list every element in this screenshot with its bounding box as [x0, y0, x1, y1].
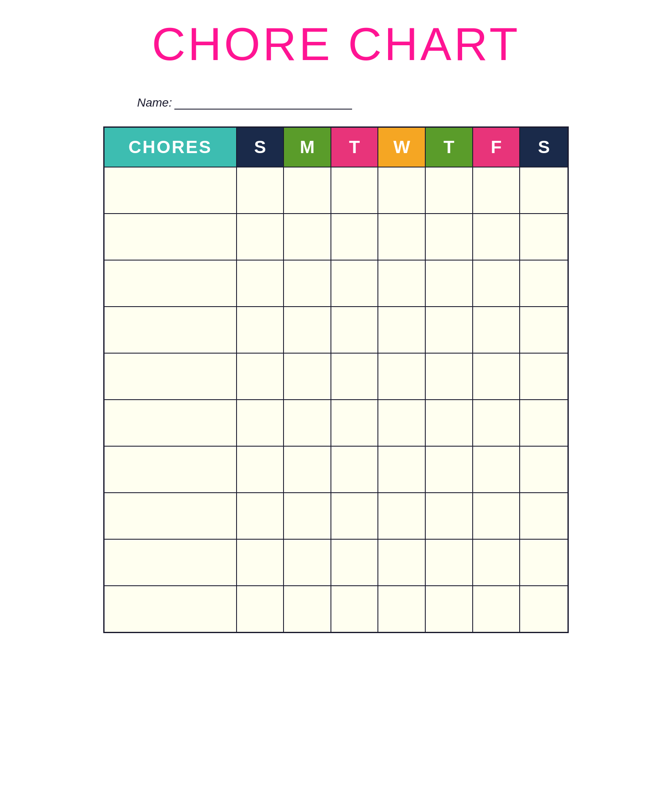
day-cell-4-2: [284, 306, 331, 353]
day-cell-9-6: [473, 539, 521, 585]
day-cell-2-7: [520, 213, 567, 260]
day-cell-8-6: [473, 492, 521, 539]
day-cell-6-7: [520, 399, 567, 446]
day-cell-3-1: [237, 260, 284, 306]
day-cell-6-4: [378, 399, 426, 446]
day-cell-4-3: [331, 306, 379, 353]
day-cell-2-5: [426, 213, 473, 260]
day-cell-1-4: [378, 167, 426, 213]
day-cell-3-7: [520, 260, 567, 306]
day-cell-7-5: [426, 446, 473, 492]
day-cell-5-7: [520, 353, 567, 399]
chore-cell-8: [105, 492, 237, 539]
day-cell-1-5: [426, 167, 473, 213]
day-cell-8-4: [378, 492, 426, 539]
day-cell-6-1: [237, 399, 284, 446]
day-cell-8-7: [520, 492, 567, 539]
day-cell-1-6: [473, 167, 521, 213]
day-cell-3-5: [426, 260, 473, 306]
day-cell-7-4: [378, 446, 426, 492]
day-cell-7-6: [473, 446, 521, 492]
day-cell-10-6: [473, 585, 521, 632]
chore-cell-6: [105, 399, 237, 446]
header-chores-cell: CHORES: [105, 128, 237, 167]
day-cell-5-6: [473, 353, 521, 399]
day-cell-7-3: [331, 446, 379, 492]
day-cell-8-3: [331, 492, 379, 539]
day-cell-6-5: [426, 399, 473, 446]
day-cell-7-1: [237, 446, 284, 492]
header-day-fri: F: [473, 128, 521, 167]
day-cell-1-3: [331, 167, 379, 213]
day-cell-9-1: [237, 539, 284, 585]
day-cell-2-6: [473, 213, 521, 260]
day-cell-1-1: [237, 167, 284, 213]
day-cell-5-3: [331, 353, 379, 399]
day-cell-5-5: [426, 353, 473, 399]
page-title: CHORE CHART: [152, 17, 521, 71]
header-day-tue: T: [331, 128, 379, 167]
day-cell-1-2: [284, 167, 331, 213]
day-cell-10-7: [520, 585, 567, 632]
day-cell-4-7: [520, 306, 567, 353]
day-cell-5-1: [237, 353, 284, 399]
page-wrapper: CHORE CHART Name: CHORES S M T W T F S: [103, 17, 569, 633]
day-cell-4-5: [426, 306, 473, 353]
chore-cell-2: [105, 213, 237, 260]
chore-cell-1: [105, 167, 237, 213]
day-cell-9-3: [331, 539, 379, 585]
header-day-sun1: S: [237, 128, 284, 167]
name-underline: [174, 108, 352, 110]
name-label: Name:: [137, 96, 172, 110]
chore-cell-3: [105, 260, 237, 306]
chore-cell-10: [105, 585, 237, 632]
day-cell-9-2: [284, 539, 331, 585]
day-cell-8-1: [237, 492, 284, 539]
day-cell-10-2: [284, 585, 331, 632]
header-day-thu: T: [426, 128, 473, 167]
day-cell-10-5: [426, 585, 473, 632]
day-cell-4-1: [237, 306, 284, 353]
day-cell-1-7: [520, 167, 567, 213]
day-cell-10-3: [331, 585, 379, 632]
day-cell-2-4: [378, 213, 426, 260]
day-cell-6-6: [473, 399, 521, 446]
chart-body: [105, 167, 567, 632]
day-cell-2-3: [331, 213, 379, 260]
day-cell-3-3: [331, 260, 379, 306]
day-cell-5-2: [284, 353, 331, 399]
day-cell-5-4: [378, 353, 426, 399]
day-cell-6-2: [284, 399, 331, 446]
chore-cell-4: [105, 306, 237, 353]
day-cell-9-4: [378, 539, 426, 585]
day-cell-7-2: [284, 446, 331, 492]
day-cell-8-2: [284, 492, 331, 539]
day-cell-4-4: [378, 306, 426, 353]
day-cell-3-4: [378, 260, 426, 306]
day-cell-3-6: [473, 260, 521, 306]
day-cell-3-2: [284, 260, 331, 306]
name-field: Name:: [137, 96, 352, 110]
day-cell-2-1: [237, 213, 284, 260]
day-cell-6-3: [331, 399, 379, 446]
day-cell-4-6: [473, 306, 521, 353]
header-day-sat: S: [520, 128, 567, 167]
chore-cell-5: [105, 353, 237, 399]
chore-cell-9: [105, 539, 237, 585]
day-cell-2-2: [284, 213, 331, 260]
day-cell-7-7: [520, 446, 567, 492]
chore-cell-7: [105, 446, 237, 492]
chore-chart: CHORES S M T W T F S: [103, 126, 569, 633]
header-day-mon: M: [284, 128, 331, 167]
chart-header: CHORES S M T W T F S: [105, 128, 567, 167]
day-cell-10-1: [237, 585, 284, 632]
day-cell-9-5: [426, 539, 473, 585]
header-day-wed: W: [378, 128, 426, 167]
day-cell-8-5: [426, 492, 473, 539]
day-cell-9-7: [520, 539, 567, 585]
day-cell-10-4: [378, 585, 426, 632]
